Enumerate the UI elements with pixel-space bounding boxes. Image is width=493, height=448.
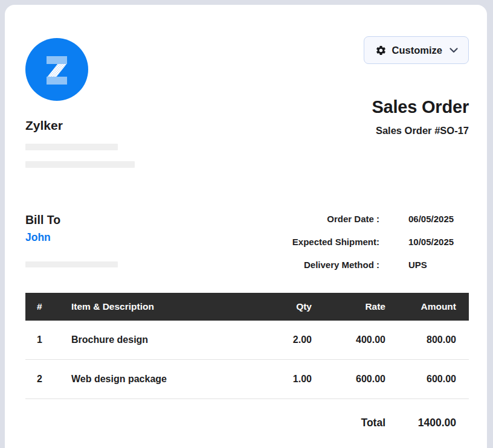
item-number: 2: [25, 360, 58, 399]
company-name: Zylker: [25, 118, 135, 133]
total-label: Total: [361, 417, 385, 429]
order-info-section: Bill To John Order Date : 06/05/2025 Exp…: [25, 213, 469, 270]
column-header-amount: Amount: [385, 293, 469, 321]
placeholder-line: [25, 161, 135, 168]
column-header-number: #: [25, 293, 58, 321]
order-date-label: Order Date :: [292, 214, 379, 225]
delivery-method-label: Delivery Method :: [292, 260, 379, 270]
item-rate: 600.00: [312, 360, 385, 399]
delivery-method-value: UPS: [408, 260, 469, 270]
item-amount: 600.00: [385, 360, 469, 399]
total-value: 1400.00: [385, 417, 469, 429]
expected-shipment-value: 10/05/2025: [408, 237, 469, 248]
zylker-z-icon: [25, 38, 88, 101]
expected-shipment-label: Expected Shipment:: [292, 237, 379, 248]
column-header-rate: Rate: [312, 293, 385, 321]
chevron-down-icon: [450, 48, 458, 53]
column-header-qty: Qty: [242, 293, 312, 321]
customize-label: Customize: [392, 45, 442, 56]
item-amount: 800.00: [385, 321, 469, 360]
placeholder-line: [25, 144, 118, 150]
column-header-description: Item & Description: [58, 293, 242, 321]
bill-to-section: Bill To John: [25, 213, 118, 270]
table-header: # Item & Description Qty Rate Amount: [25, 293, 469, 321]
document-number: Sales Order #SO-17: [376, 125, 469, 136]
customize-button[interactable]: Customize: [364, 36, 469, 64]
sales-order-document: Zylker Customize Sales Order Sales: [5, 5, 487, 448]
item-qty: 2.00: [242, 321, 312, 360]
company-logo: [25, 38, 88, 101]
table-row: 1 Brochure design 2.00 400.00 800.00: [25, 321, 469, 360]
item-description: Brochure design: [58, 321, 242, 360]
bill-to-label: Bill To: [25, 213, 118, 227]
customer-name-link[interactable]: John: [25, 231, 51, 244]
order-details: Order Date : 06/05/2025 Expected Shipmen…: [292, 213, 469, 270]
item-rate: 400.00: [312, 321, 385, 360]
document-title: Sales Order: [372, 97, 469, 118]
document-header: Zylker Customize Sales Order Sales: [25, 36, 469, 168]
gear-icon: [375, 45, 387, 56]
table-row: 2 Web design package 1.00 600.00 600.00: [25, 360, 469, 399]
order-date-value: 06/05/2025: [408, 214, 469, 225]
placeholder-line: [25, 261, 118, 267]
line-items-table: # Item & Description Qty Rate Amount 1 B…: [25, 293, 469, 399]
item-number: 1: [25, 321, 58, 360]
item-description: Web design package: [58, 360, 242, 399]
brand-section: Zylker: [25, 36, 135, 168]
document-title-section: Customize Sales Order Sales Order #SO-17: [364, 36, 469, 168]
item-qty: 1.00: [242, 360, 312, 399]
total-row: Total 1400.00: [25, 399, 469, 441]
